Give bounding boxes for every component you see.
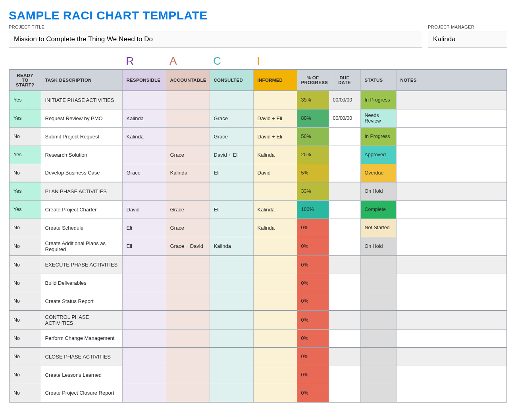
ready-cell[interactable]: Yes bbox=[9, 182, 41, 200]
due-cell[interactable] bbox=[329, 292, 360, 311]
progress-cell[interactable]: 0% bbox=[297, 256, 329, 274]
status-cell[interactable]: On Hold bbox=[360, 237, 396, 256]
consulted-cell[interactable] bbox=[210, 347, 253, 366]
status-cell[interactable] bbox=[360, 292, 396, 311]
informed-cell[interactable] bbox=[253, 384, 297, 402]
informed-cell[interactable]: David bbox=[253, 164, 297, 182]
task-cell[interactable]: EXECUTE PHASE ACTIVITIES bbox=[41, 256, 122, 274]
status-cell[interactable]: Needs Review bbox=[360, 109, 396, 127]
informed-cell[interactable]: Kalinda bbox=[253, 146, 297, 164]
notes-cell[interactable] bbox=[396, 256, 507, 274]
consulted-cell[interactable] bbox=[210, 292, 253, 311]
informed-cell[interactable] bbox=[253, 347, 297, 366]
ready-cell[interactable]: No bbox=[9, 347, 41, 366]
progress-cell[interactable]: 0% bbox=[297, 347, 329, 366]
notes-cell[interactable] bbox=[396, 182, 507, 200]
ready-cell[interactable]: Yes bbox=[9, 146, 41, 164]
progress-cell[interactable]: 50% bbox=[297, 127, 329, 146]
task-cell[interactable]: Research Solution bbox=[41, 146, 122, 164]
task-cell[interactable]: Request Review by PMO bbox=[41, 109, 122, 127]
due-cell[interactable] bbox=[329, 329, 360, 347]
due-cell[interactable] bbox=[329, 127, 360, 146]
progress-cell[interactable]: 0% bbox=[297, 366, 329, 384]
consulted-cell[interactable] bbox=[210, 366, 253, 384]
progress-cell[interactable]: 0% bbox=[297, 237, 329, 256]
responsible-cell[interactable] bbox=[122, 329, 166, 347]
responsible-cell[interactable] bbox=[122, 366, 166, 384]
responsible-cell[interactable]: Eli bbox=[122, 219, 166, 237]
task-cell[interactable]: Submit Project Request bbox=[41, 127, 122, 146]
status-cell[interactable] bbox=[360, 329, 396, 347]
accountable-cell[interactable] bbox=[166, 347, 210, 366]
task-cell[interactable]: Create Project Closure Report bbox=[41, 384, 122, 402]
task-cell[interactable]: CLOSE PHASE ACTIVITIES bbox=[41, 347, 122, 366]
notes-cell[interactable] bbox=[396, 366, 507, 384]
due-cell[interactable] bbox=[329, 256, 360, 274]
responsible-cell[interactable]: Grace bbox=[122, 164, 166, 182]
task-cell[interactable]: Create Schedule bbox=[41, 219, 122, 237]
notes-cell[interactable] bbox=[396, 200, 507, 219]
due-cell[interactable] bbox=[329, 237, 360, 256]
progress-cell[interactable]: 0% bbox=[297, 274, 329, 292]
consulted-cell[interactable]: Eli bbox=[210, 164, 253, 182]
responsible-cell[interactable] bbox=[122, 182, 166, 200]
responsible-cell[interactable] bbox=[122, 274, 166, 292]
ready-cell[interactable]: Yes bbox=[9, 200, 41, 219]
progress-cell[interactable]: 5% bbox=[297, 164, 329, 182]
due-cell[interactable] bbox=[329, 311, 360, 330]
responsible-cell[interactable] bbox=[122, 384, 166, 402]
responsible-cell[interactable] bbox=[122, 292, 166, 311]
consulted-cell[interactable]: Grace bbox=[210, 127, 253, 146]
ready-cell[interactable]: No bbox=[9, 127, 41, 146]
consulted-cell[interactable] bbox=[210, 274, 253, 292]
task-cell[interactable]: PLAN PHASE ACTIVITIES bbox=[41, 182, 122, 200]
informed-cell[interactable]: Kalinda bbox=[253, 200, 297, 219]
due-cell[interactable] bbox=[329, 347, 360, 366]
progress-cell[interactable]: 100% bbox=[297, 200, 329, 219]
accountable-cell[interactable] bbox=[166, 109, 210, 127]
accountable-cell[interactable]: Grace + David bbox=[166, 237, 210, 256]
ready-cell[interactable]: No bbox=[9, 292, 41, 311]
informed-cell[interactable]: Kalinda bbox=[253, 219, 297, 237]
status-cell[interactable] bbox=[360, 366, 396, 384]
consulted-cell[interactable] bbox=[210, 311, 253, 330]
accountable-cell[interactable]: Grace bbox=[166, 200, 210, 219]
status-cell[interactable]: Overdue bbox=[360, 164, 396, 182]
task-cell[interactable]: CONTROL PHASE ACTIVITIES bbox=[41, 311, 122, 330]
progress-cell[interactable]: 0% bbox=[297, 384, 329, 402]
accountable-cell[interactable] bbox=[166, 311, 210, 330]
due-cell[interactable] bbox=[329, 146, 360, 164]
notes-cell[interactable] bbox=[396, 164, 507, 182]
task-cell[interactable]: Create Status Report bbox=[41, 292, 122, 311]
accountable-cell[interactable] bbox=[166, 384, 210, 402]
project-manager-input[interactable] bbox=[428, 31, 507, 48]
consulted-cell[interactable] bbox=[210, 219, 253, 237]
accountable-cell[interactable] bbox=[166, 256, 210, 274]
consulted-cell[interactable] bbox=[210, 256, 253, 274]
ready-cell[interactable]: No bbox=[9, 274, 41, 292]
accountable-cell[interactable]: Grace bbox=[166, 146, 210, 164]
status-cell[interactable]: Not Started bbox=[360, 219, 396, 237]
due-cell[interactable] bbox=[329, 274, 360, 292]
ready-cell[interactable]: No bbox=[9, 164, 41, 182]
progress-cell[interactable]: 39% bbox=[297, 91, 329, 109]
due-cell[interactable] bbox=[329, 164, 360, 182]
accountable-cell[interactable] bbox=[166, 292, 210, 311]
task-cell[interactable]: Create Lessons Learned bbox=[41, 366, 122, 384]
informed-cell[interactable]: David + Eli bbox=[253, 109, 297, 127]
task-cell[interactable]: Develop Business Case bbox=[41, 164, 122, 182]
progress-cell[interactable]: 0% bbox=[297, 292, 329, 311]
consulted-cell[interactable]: Grace bbox=[210, 109, 253, 127]
informed-cell[interactable] bbox=[253, 292, 297, 311]
status-cell[interactable]: Complete bbox=[360, 200, 396, 219]
due-cell[interactable]: 00/00/00 bbox=[329, 109, 360, 127]
accountable-cell[interactable]: Grace bbox=[166, 219, 210, 237]
progress-cell[interactable]: 33% bbox=[297, 182, 329, 200]
ready-cell[interactable]: No bbox=[9, 256, 41, 274]
ready-cell[interactable]: No bbox=[9, 311, 41, 330]
due-cell[interactable] bbox=[329, 200, 360, 219]
progress-cell[interactable]: 20% bbox=[297, 146, 329, 164]
status-cell[interactable] bbox=[360, 311, 396, 330]
responsible-cell[interactable]: Eli bbox=[122, 237, 166, 256]
consulted-cell[interactable]: Eli bbox=[210, 200, 253, 219]
